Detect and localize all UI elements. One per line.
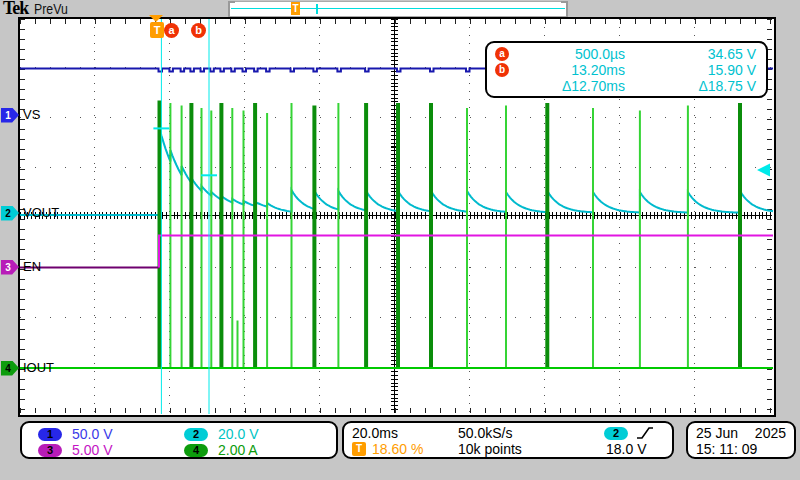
channel2-ground-marker[interactable]: 2 <box>1 206 19 221</box>
channel2-scale: 20.0 V <box>218 426 258 442</box>
cursor-a-time: 500.0µs <box>521 46 625 62</box>
oscilloscope-screen: { "header": { "brand": "Tek", "mode": "P… <box>0 0 800 480</box>
record-length-readout: 10k points <box>458 441 590 457</box>
rising-edge-icon <box>636 425 654 441</box>
graticule-gridline <box>20 408 772 413</box>
cursor-readout-box: a 500.0µs 34.65 V b 13.20ms 15.90 V Δ12.… <box>485 41 768 98</box>
record-view-bar[interactable]: T <box>228 1 568 17</box>
trigger-position-badge[interactable]: T <box>150 22 164 38</box>
channel4-scale-item[interactable]: 4 2.00 A <box>184 442 330 458</box>
timebase-readout: 20.0ms <box>352 425 458 441</box>
record-view-waveform-line <box>231 8 565 9</box>
sample-rate-readout: 50.0kS/s <box>458 425 590 441</box>
trigger-position-value: 18.60 % <box>372 441 423 457</box>
cursor-delta-time: Δ12.70ms <box>521 78 625 94</box>
cursor-b-badge[interactable]: b <box>191 23 206 38</box>
channel3-icon: 3 <box>38 444 62 457</box>
cursor-a-icon: a <box>495 47 509 61</box>
channel2-scale-item[interactable]: 2 20.0 V <box>184 426 330 442</box>
horizontal-trigger-box[interactable]: 20.0ms 50.0kS/s 2 T 18.60 % 10k points 1… <box>342 421 674 459</box>
channel2-signal-label: VOUT <box>23 205 59 220</box>
acquisition-mode-label: PreVu <box>34 0 68 17</box>
channel4-ground-marker[interactable]: 4 <box>1 361 19 376</box>
graticule-gridline <box>391 19 398 413</box>
datetime-box: 25 Jun 2025 15: 11: 09 <box>686 421 796 459</box>
channel1-ground-marker[interactable]: 1 <box>1 108 19 123</box>
cursor-a-readout-row: a 500.0µs 34.65 V <box>495 46 756 62</box>
channel3-signal-label: EN <box>23 259 41 274</box>
trigger-position-flag[interactable] <box>149 15 163 22</box>
year-label: 2025 <box>755 425 786 441</box>
channel4-scale: 2.00 A <box>218 442 258 458</box>
channel3-ground-marker[interactable]: 3 <box>1 260 19 275</box>
record-view-cursor-marker[interactable] <box>316 4 318 14</box>
graticule-gridline <box>20 19 772 24</box>
channel4-signal-label: IOUT <box>23 360 54 375</box>
brand-logo: Tek PreVu <box>3 0 76 17</box>
channel-scales-box[interactable]: 1 50.0 V 2 20.0 V 3 5.00 V 4 2.00 A <box>20 421 338 459</box>
channel2-icon: 2 <box>184 428 208 441</box>
trigger-level-readout: 18.0 V <box>590 441 666 457</box>
channel3-scale-item[interactable]: 3 5.00 V <box>38 442 184 458</box>
channel1-scale: 50.0 V <box>72 426 112 442</box>
channel4-icon: 4 <box>184 444 208 457</box>
date-label: 25 Jun <box>696 425 738 441</box>
channel1-icon: 1 <box>38 428 62 441</box>
channel3-scale: 5.00 V <box>72 442 112 458</box>
trigger-position-readout: T 18.60 % <box>352 441 458 457</box>
channel1-scale-item[interactable]: 1 50.0 V <box>38 426 184 442</box>
trigger-source-slope: 2 <box>590 425 666 441</box>
cursor-b-value: 15.90 V <box>625 62 756 78</box>
trigger-source-icon: 2 <box>604 427 628 440</box>
cursor-b-icon: b <box>495 63 509 77</box>
channel1-signal-label: VS <box>23 107 40 122</box>
trigger-icon: T <box>352 442 366 456</box>
time-label: 15: 11: 09 <box>696 441 786 457</box>
cursor-delta-readout-row: Δ12.70ms Δ18.75 V <box>495 78 756 94</box>
record-view-trigger-marker[interactable]: T <box>291 2 300 15</box>
cursor-a-badge[interactable]: a <box>164 23 179 38</box>
cursor-a-value: 34.65 V <box>625 46 756 62</box>
cursor-b-readout-row: b 13.20ms 15.90 V <box>495 62 756 78</box>
cursor-delta-value: Δ18.75 V <box>625 78 756 94</box>
cursor-b-time: 13.20ms <box>521 62 625 78</box>
